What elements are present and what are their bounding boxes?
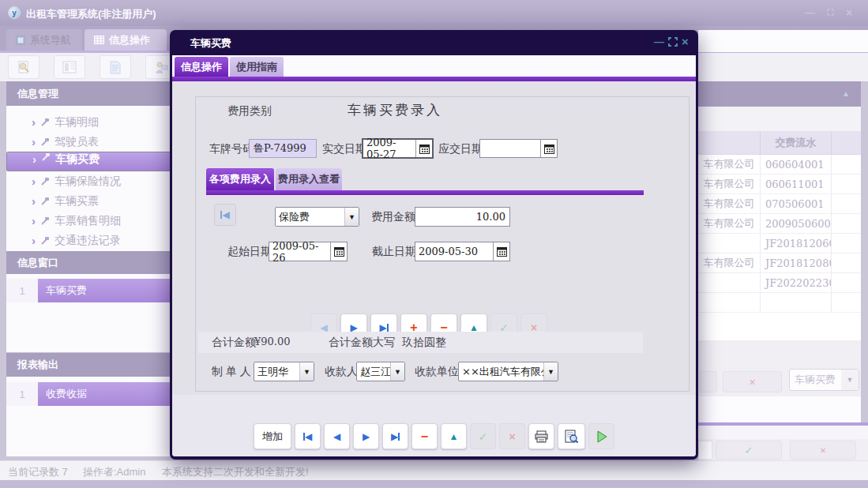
payee-select[interactable]: 赵三江 ▼ (356, 362, 405, 381)
dialog-maximize-icon[interactable] (668, 37, 678, 49)
cancel-button[interactable]: × (499, 423, 525, 449)
cell: 车有限公司 (698, 253, 761, 272)
faded-button[interactable] (700, 371, 717, 392)
sidebar-item-ticket-buy[interactable]: ›车辆买票 (6, 191, 172, 211)
item-label: 交通违法记录 (54, 234, 121, 248)
button-label: 增加 (262, 430, 283, 444)
subtab-fee-view[interactable]: 费用录入查看 (276, 168, 342, 190)
dialog-tab-guide[interactable]: 使用指南 (230, 57, 284, 77)
run-button[interactable] (588, 423, 614, 449)
bg-strip (698, 426, 868, 439)
window-list-row[interactable]: 1 车辆买费 (6, 279, 172, 302)
cell (698, 234, 761, 253)
edit-button[interactable]: ▲ (441, 423, 467, 449)
sidebar-item-traffic-violations[interactable]: ›交通违法记录 (6, 231, 172, 250)
calendar-icon[interactable] (493, 242, 509, 261)
table-row[interactable]: 车有限公司070506001 (698, 194, 861, 214)
bg-strip (698, 30, 868, 52)
subtab-fee-entry[interactable]: 各项费用录入 (206, 168, 274, 190)
calendar-icon[interactable] (415, 140, 432, 157)
bg-button-band: ✓ × (698, 439, 868, 460)
cancel-button[interactable]: × (790, 441, 856, 460)
category-label: 费用类别 (227, 104, 272, 118)
sidebar-item-insurance[interactable]: ›车辆保险情况 (6, 171, 172, 191)
table-row[interactable]: 车有限公司20090506000 (698, 214, 861, 234)
close-icon[interactable]: × (846, 6, 852, 19)
row-number: 1 (6, 382, 38, 406)
fee-type-select[interactable]: 保险费 ▼ (275, 207, 359, 227)
form-view-button[interactable] (54, 55, 85, 79)
section-header-reports[interactable]: 报表输出 (6, 353, 172, 377)
due-date-input[interactable] (479, 139, 558, 158)
dialog-close-icon[interactable]: × (682, 35, 689, 48)
bg-gap (698, 107, 861, 131)
table-row[interactable] (698, 293, 861, 313)
post-button[interactable]: ✓ (470, 423, 496, 449)
row-number: 1 (6, 279, 38, 302)
prev-button[interactable]: ◀ (324, 423, 350, 449)
cell (698, 273, 761, 292)
preparer-select[interactable]: 王明华 ▼ (254, 362, 314, 381)
payer-unit-select[interactable]: ××出租汽车有限公 ▼ (458, 362, 558, 381)
sidebar-item-vehicle-detail[interactable]: ›车辆明细 (6, 112, 172, 132)
minus-icon: − (421, 430, 428, 444)
plate-input[interactable]: 鲁P-74999 (249, 139, 317, 158)
ok-button[interactable]: ✓ (716, 441, 782, 460)
tab-label: 系统导航 (30, 33, 71, 47)
search-doc-button[interactable] (8, 55, 39, 79)
restore-icon[interactable] (825, 7, 836, 20)
delete-button[interactable]: − (411, 423, 438, 449)
next-button[interactable]: ▶ (353, 423, 379, 449)
minimize-icon[interactable]: — (805, 6, 815, 18)
table-row[interactable]: JF201812060 (698, 234, 861, 253)
tab-info-ops[interactable]: 信息操作 (85, 29, 167, 51)
amount-input[interactable]: 10.00 (415, 207, 510, 227)
table-row[interactable]: 车有限公司JF201812080 (698, 253, 861, 273)
bg-data-grid: 交费流水 车有限公司060604001 车有限公司060611001 车有限公司… (698, 131, 861, 340)
item-label: 车辆明细 (54, 115, 99, 130)
sidebar-item-ticket-sales[interactable]: ›车票销售明细 (6, 211, 172, 231)
calendar-icon[interactable] (330, 242, 347, 261)
select-value: ××出租汽车有限公 (459, 362, 543, 381)
section-header-info-window[interactable]: 信息窗口 (6, 251, 172, 274)
item-icon (40, 177, 50, 186)
chevron-icon: › (32, 152, 36, 171)
paid-date-input[interactable]: 2009-05-27 (362, 138, 434, 159)
table-row[interactable]: 车有限公司060611001 (698, 175, 861, 194)
last-button[interactable]: ▶ (382, 423, 408, 449)
item-icon (40, 197, 50, 206)
report-list-row[interactable]: 1 收费收据 (6, 382, 172, 406)
table-row[interactable]: JF202202230 (698, 273, 861, 293)
section-header-info-mgmt[interactable]: 信息管理 (6, 81, 172, 106)
collapse-icon[interactable]: ▲ (842, 89, 850, 98)
document-button[interactable] (100, 55, 131, 79)
sidebar-item-vehicle-fee[interactable]: ›车辆买费 (6, 152, 172, 171)
preview-button[interactable] (558, 423, 585, 449)
print-button[interactable] (528, 423, 554, 449)
start-date-input[interactable]: 2009-05-26 (269, 242, 348, 261)
cancel-button[interactable]: × (723, 371, 782, 392)
window-select[interactable]: 车辆买费 ▼ (789, 369, 859, 391)
cell: 060604001 (761, 155, 832, 174)
tab-system-nav[interactable]: 系统导航 (6, 29, 82, 51)
item-icon (41, 152, 51, 162)
dialog-minimize-icon[interactable]: — (654, 36, 664, 47)
item-label: 车辆买费 (55, 152, 100, 171)
add-button[interactable]: 增加 (254, 423, 291, 449)
dialog-tab-info-ops[interactable]: 信息操作 (175, 57, 228, 77)
table-row[interactable]: 车有限公司060604001 (698, 155, 861, 175)
totals-strip: 合计金额 ¥90.00 合计金额大写 玖拾圆整 (198, 332, 643, 353)
first-button[interactable]: ◀ (295, 423, 321, 449)
checkbox-icon (16, 36, 25, 45)
paid-date-label: 实交日期 (322, 142, 366, 156)
form-icon (62, 61, 77, 73)
chevron-down-icon: ▼ (299, 362, 314, 381)
faded-button[interactable] (698, 441, 712, 460)
calendar-icon[interactable] (540, 140, 557, 157)
cell (761, 293, 832, 312)
sidebar-item-drivers[interactable]: ›驾驶员表 (6, 132, 172, 152)
date-value: 2009-05-27 (363, 140, 415, 157)
preview-icon (565, 430, 578, 443)
end-date-input[interactable]: 2009-05-30 (415, 242, 510, 261)
first-record-button[interactable]: ◀ (214, 204, 236, 226)
